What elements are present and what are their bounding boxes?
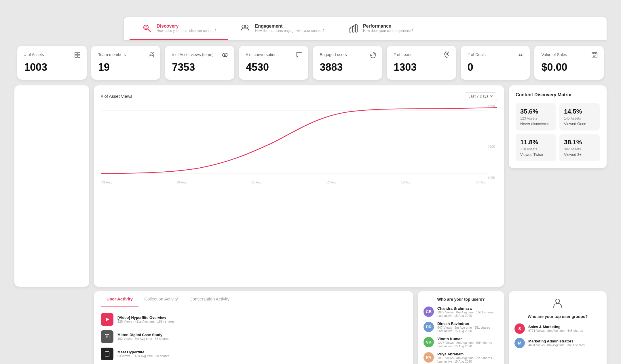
- left-sidebar-panel: [14, 85, 89, 287]
- matrix-count-3: 382 Assets: [564, 147, 595, 151]
- asset-item-0: [Video] Hyperflite Overview 228 Views · …: [101, 313, 406, 326]
- stat-card-deals: # of Deals 0: [461, 46, 530, 80]
- user-avatar-1: DR: [424, 322, 434, 332]
- assets-icon: [74, 51, 81, 60]
- svg-point-26: [522, 53, 523, 54]
- asset-info-1: Milton Digital Case Study 162 Views · 8m…: [117, 333, 169, 340]
- asset-stats-2: 93 Views · ~43s Avg time · 80 shares: [117, 354, 169, 358]
- matrix-pct-0: 35.6%: [520, 108, 551, 115]
- stat-label-views: # of Asset views (team): [172, 52, 227, 58]
- x-label-4: 12-Aug: [326, 181, 336, 184]
- group-name-1: Marketing Administrators: [528, 339, 585, 343]
- tab-conversation-activity[interactable]: Conversation Activity: [184, 291, 235, 307]
- matrix-label-3: Viewed 3+: [564, 152, 595, 157]
- stat-label-team: Team members: [98, 52, 154, 58]
- user-stats-1: 847 Views · 8m Avg time · 581 shares: [437, 326, 490, 329]
- document-icon: [104, 334, 110, 340]
- stat-label-engaged: Engaged users: [320, 52, 375, 58]
- asset-name-2: Meet Hyperflite: [117, 350, 169, 354]
- asset-thumb-2: [101, 348, 113, 360]
- svg-rect-7: [349, 29, 351, 32]
- x-label-3: 11-Aug: [251, 181, 261, 184]
- svg-rect-10: [75, 52, 77, 55]
- svg-point-15: [152, 53, 154, 54]
- group-item-1: M Marketing Administrators 4681 Views · …: [514, 338, 601, 348]
- user-name-2: Vinoth Kumar: [437, 337, 492, 341]
- y-label-max: 7358: [488, 105, 495, 108]
- engagement-tab-title: Engagement: [255, 24, 324, 29]
- leads-icon: [443, 51, 450, 60]
- sales-icon: [591, 51, 598, 60]
- stat-value-team: 19: [98, 61, 154, 73]
- chart-header: # of Asset Views Last 7 Days: [101, 92, 497, 100]
- matrix-cell-1: 14.5% 145 Assets Viewed Once: [559, 103, 600, 131]
- y-label-mid: 7105: [488, 145, 495, 148]
- tab-user-activity[interactable]: User Activity: [101, 291, 138, 307]
- stat-card-assets: # of Assets 1003: [17, 46, 87, 80]
- stat-value-assets: 1003: [24, 61, 80, 73]
- stat-card-team: Team members 19: [91, 46, 161, 80]
- top-users-list: CB Chandra Brahmasa 1079 Views · 8m Avg …: [424, 306, 498, 363]
- discovery-icon: [141, 22, 153, 34]
- top-groups-icon-area: [514, 297, 601, 310]
- top-users-title: Who are your top users?: [424, 297, 498, 302]
- user-avatar-2: VK: [424, 337, 434, 347]
- deals-icon: [517, 51, 524, 60]
- svg-point-20: [446, 53, 448, 55]
- matrix-cell-2: 11.8% 118 Assets Viewed Twice: [516, 134, 556, 161]
- views-icon: [222, 51, 229, 60]
- svg-point-16: [222, 53, 228, 57]
- user-item-3: PA Priya Abraham 1018 Views · 4m Avg tim…: [424, 352, 498, 363]
- asset-item-1: Milton Digital Case Study 162 Views · 8m…: [101, 330, 406, 343]
- matrix-label-1: Viewed Once: [564, 122, 595, 126]
- engaged-icon: [369, 51, 376, 60]
- user-name-3: Priya Abraham: [437, 352, 492, 356]
- tab-discovery[interactable]: Discovery How does your team discover co…: [130, 17, 228, 40]
- user-last-active-2: Last active: 15 Aug 2020: [437, 344, 492, 348]
- matrix-grid: 35.6% 123 Assets Never discovered 14.5% …: [516, 103, 600, 161]
- stat-card-sales: Value of Sales $0.00: [534, 46, 604, 80]
- user-stats-2: 1276 Views · 2m Avg time · 604 shares: [437, 341, 492, 344]
- stat-value-leads: 1303: [394, 61, 449, 73]
- chart-title: # of Asset Views: [101, 94, 132, 99]
- x-label-5: 13-Aug: [401, 181, 411, 184]
- performance-tab-title: Performance: [363, 24, 413, 29]
- asset-name-1: Milton Digital Case Study: [117, 333, 169, 337]
- conversations-icon: [296, 51, 303, 60]
- svg-point-6: [245, 25, 248, 28]
- svg-line-22: [445, 52, 446, 52]
- user-info-2: Vinoth Kumar 1276 Views · 2m Avg time · …: [437, 337, 492, 348]
- stat-value-sales: $0.00: [541, 61, 597, 73]
- user-last-active-1: Last active: 15 Aug 2020: [437, 329, 490, 333]
- chart-filter-label: Last 7 Days: [468, 94, 488, 98]
- nav-tabs: Discovery How does your team discover co…: [124, 17, 607, 40]
- tab-engagement[interactable]: Engagement How do end-users engage with …: [228, 17, 336, 40]
- bottom-area: User Activity Collection Activity Conver…: [14, 291, 607, 364]
- chart-panel: # of Asset Views Last 7 Days 7358 7105 6…: [94, 85, 504, 287]
- user-info-3: Priya Abraham 1018 Views · 4m Avg time ·…: [437, 352, 492, 363]
- activity-tabs: User Activity Collection Activity Conver…: [94, 291, 413, 307]
- svg-point-5: [242, 25, 245, 28]
- stat-value-views: 7353: [172, 61, 227, 73]
- tab-performance[interactable]: Performance How does your content perfor…: [336, 17, 425, 40]
- group-info-1: Marketing Administrators 4681 Views · 0m…: [528, 339, 585, 347]
- stat-label-deals: # of Deals: [468, 52, 523, 58]
- tab-collection-activity[interactable]: Collection Activity: [138, 291, 184, 307]
- stat-value-deals: 0: [468, 61, 523, 73]
- svg-line-23: [448, 52, 448, 52]
- svg-point-25: [518, 53, 519, 54]
- matrix-label-0: Never discovered: [520, 122, 551, 126]
- svg-rect-12: [75, 55, 77, 58]
- chart-filter-dropdown[interactable]: Last 7 Days: [465, 92, 497, 100]
- activity-panel: User Activity Collection Activity Conver…: [94, 291, 413, 364]
- team-icon: [148, 51, 155, 60]
- matrix-count-2: 118 Assets: [520, 147, 551, 151]
- group-avatar-1: M: [514, 338, 525, 348]
- group-info-0: Sales & Marketing 6771 Views · 2m Avg ti…: [528, 325, 583, 332]
- svg-point-17: [224, 54, 226, 56]
- groups-icon: [552, 297, 563, 309]
- user-info-1: Dinesh Ravindran 847 Views · 8m Avg time…: [437, 321, 490, 333]
- x-label-6: 14-Aug: [476, 181, 486, 184]
- x-label-1: 09-Aug: [101, 181, 111, 184]
- matrix-cell-3: 38.1% 382 Assets Viewed 3+: [559, 134, 600, 161]
